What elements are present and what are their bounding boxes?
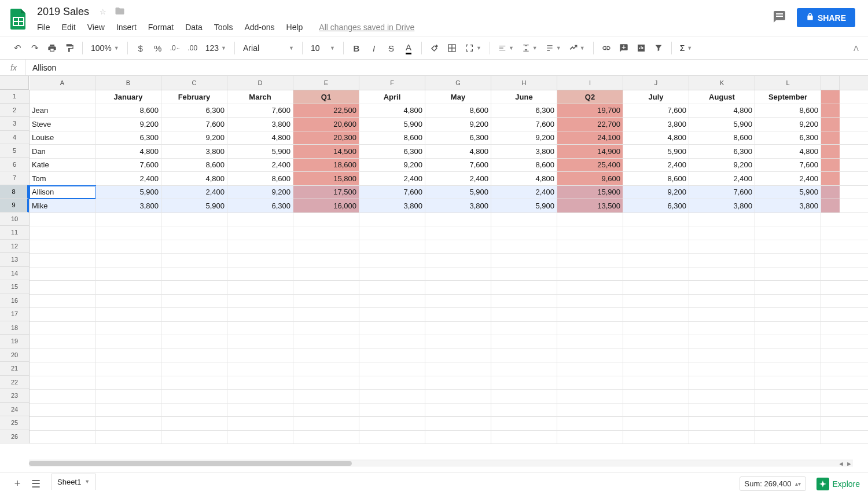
cell[interactable] <box>30 254 95 267</box>
text-rotate-dropdown[interactable]: ▼ <box>566 44 589 52</box>
cell[interactable] <box>623 335 689 349</box>
cell[interactable] <box>293 431 359 444</box>
cell[interactable] <box>689 404 755 417</box>
col-header-C[interactable]: C <box>161 76 227 90</box>
cell[interactable] <box>755 404 821 417</box>
cell[interactable] <box>227 267 293 281</box>
col-header-F[interactable]: F <box>359 76 425 90</box>
col-header-I[interactable]: I <box>557 76 623 90</box>
cell[interactable]: Allison <box>30 186 95 199</box>
row-header-6[interactable]: 6 <box>0 158 29 172</box>
cell[interactable] <box>557 404 623 417</box>
cell[interactable] <box>227 404 293 417</box>
cell[interactable] <box>161 335 227 349</box>
filter-button[interactable] <box>650 40 667 56</box>
cell[interactable]: 2,400 <box>227 159 293 172</box>
cell[interactable]: 3,800 <box>689 199 755 212</box>
cell[interactable] <box>161 213 227 226</box>
cell[interactable] <box>293 281 359 294</box>
cell[interactable]: 7,600 <box>227 104 293 118</box>
cell[interactable] <box>557 240 623 254</box>
cell[interactable] <box>425 404 491 417</box>
row-header-20[interactable]: 20 <box>0 349 29 362</box>
cell[interactable]: June <box>491 90 557 104</box>
valign-dropdown[interactable]: ▼ <box>518 44 541 52</box>
col-header-G[interactable]: G <box>425 76 491 90</box>
menu-help[interactable]: Help <box>286 23 303 32</box>
cell[interactable]: May <box>425 90 491 104</box>
row-header-17[interactable]: 17 <box>0 307 29 321</box>
row-header-15[interactable]: 15 <box>0 280 29 294</box>
cell[interactable]: 4,800 <box>689 104 755 118</box>
cell[interactable]: 17,500 <box>293 186 359 199</box>
cell[interactable]: 5,900 <box>227 145 293 158</box>
row-header-9[interactable]: 9 <box>0 199 29 212</box>
cell[interactable]: 5,900 <box>623 145 689 158</box>
cell[interactable]: 3,800 <box>161 145 227 158</box>
cell[interactable] <box>95 417 161 430</box>
cell[interactable] <box>689 295 755 308</box>
menu-file[interactable]: File <box>37 23 50 32</box>
cell[interactable]: 24,100 <box>557 131 623 145</box>
text-color-button[interactable]: A <box>400 40 417 56</box>
cell[interactable] <box>689 362 755 376</box>
cell[interactable] <box>491 417 557 430</box>
cell[interactable]: 9,200 <box>359 159 425 172</box>
cell[interactable] <box>689 376 755 390</box>
cell[interactable] <box>30 295 95 308</box>
sheets-logo[interactable] <box>7 7 30 30</box>
cell[interactable] <box>821 213 840 226</box>
menu-view[interactable]: View <box>87 23 105 32</box>
cell[interactable] <box>425 431 491 444</box>
cell[interactable] <box>557 308 623 321</box>
cell[interactable]: 13,500 <box>557 199 623 212</box>
row-header-7[interactable]: 7 <box>0 171 29 185</box>
cell[interactable] <box>623 308 689 321</box>
cell[interactable] <box>161 390 227 403</box>
cell[interactable]: 5,900 <box>755 186 821 199</box>
cell[interactable] <box>359 362 425 376</box>
cell[interactable] <box>557 349 623 362</box>
cell[interactable] <box>491 390 557 403</box>
cell[interactable]: 4,800 <box>227 131 293 145</box>
cell[interactable] <box>755 226 821 240</box>
cell[interactable]: 4,800 <box>161 172 227 185</box>
cell[interactable] <box>359 431 425 444</box>
undo-button[interactable]: ↶ <box>9 40 25 56</box>
redo-button[interactable]: ↷ <box>27 40 43 56</box>
cell[interactable]: 16,000 <box>293 199 359 212</box>
cell[interactable] <box>30 308 95 321</box>
row-header-2[interactable]: 2 <box>0 104 29 118</box>
cell[interactable] <box>821 172 840 185</box>
cell[interactable] <box>30 281 95 294</box>
cell[interactable] <box>689 390 755 403</box>
menu-tools[interactable]: Tools <box>214 23 233 32</box>
cell[interactable] <box>227 376 293 390</box>
cell[interactable] <box>623 240 689 254</box>
cell[interactable] <box>161 267 227 281</box>
cell[interactable] <box>95 349 161 362</box>
hscroll-thumb[interactable] <box>29 461 352 466</box>
cell[interactable] <box>425 240 491 254</box>
cell[interactable] <box>30 404 95 417</box>
cell[interactable]: 8,600 <box>161 159 227 172</box>
cell[interactable] <box>95 335 161 349</box>
cell[interactable] <box>227 349 293 362</box>
cell[interactable]: 8,600 <box>425 104 491 118</box>
cell[interactable] <box>821 349 840 362</box>
col-header-E[interactable]: E <box>293 76 359 90</box>
cell[interactable] <box>359 213 425 226</box>
cell[interactable] <box>491 404 557 417</box>
cell[interactable] <box>755 335 821 349</box>
cell[interactable] <box>821 335 840 349</box>
cell[interactable] <box>293 376 359 390</box>
cell[interactable] <box>293 240 359 254</box>
cell[interactable]: 4,800 <box>491 172 557 185</box>
cell[interactable]: March <box>227 90 293 104</box>
menu-data[interactable]: Data <box>185 23 203 32</box>
cell[interactable]: 4,800 <box>95 145 161 158</box>
row-header-23[interactable]: 23 <box>0 389 29 403</box>
cell[interactable] <box>821 240 840 254</box>
cell[interactable] <box>425 322 491 335</box>
cell[interactable] <box>30 431 95 444</box>
